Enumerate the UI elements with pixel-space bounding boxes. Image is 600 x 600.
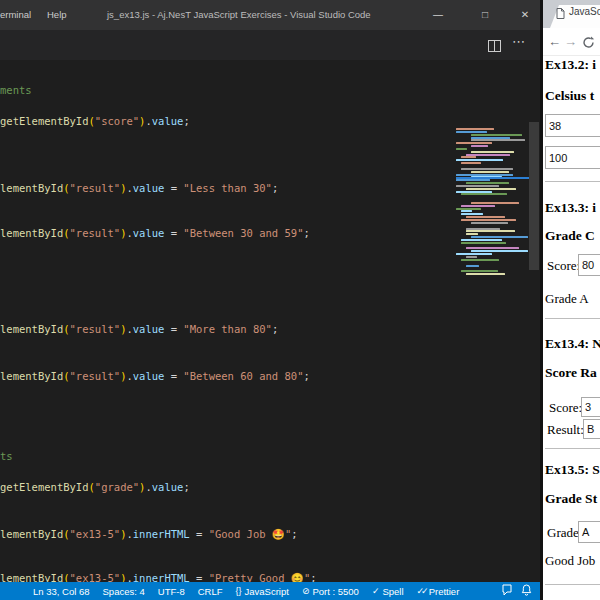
field-label: Score: [547,258,580,274]
minimap-line [456,131,528,133]
minimap-line [456,185,528,187]
minimap-line [456,245,528,247]
minimap-line [456,219,528,221]
minimap-line [456,267,528,269]
code-line: ts [0,450,13,463]
status-bar: Ln 33, Col 68Spaces: 4UTF-8CRLF{}JavaScr… [0,582,540,600]
code-token: ts [0,450,13,462]
field-label: Score: [549,400,582,416]
document-icon [556,5,565,23]
code-line: lementById("result").value = "Between 30… [0,227,310,240]
code-token: = [164,227,183,239]
back-icon[interactable]: ← [548,34,561,49]
split-editor-icon[interactable] [488,38,501,56]
minimap-line [456,128,528,130]
code-token: = [164,370,183,382]
close-button[interactable]: ✕ [510,0,540,30]
status-item-prettier[interactable]: ✓✓Prettier [417,586,460,597]
minimap-line [456,139,528,141]
code-line: lementById("result").value = "Between 60… [0,370,310,383]
braces-icon: {} [236,586,242,596]
menu-terminal[interactable]: erminal [0,9,31,20]
page-heading: Score Ra [545,365,597,381]
minimap-line [456,196,528,198]
status-label: Spell [382,586,403,597]
horizontal-rule [545,584,600,585]
code-line: getElementById("score").value; [0,115,190,128]
bell-icon[interactable] [521,584,532,598]
editor-scrollbar[interactable] [529,122,539,270]
forward-icon[interactable]: → [564,34,577,49]
minimap-line [456,225,528,227]
minimap-line [456,202,528,204]
text-input[interactable]: 80 [578,254,600,276]
text-input[interactable]: A [578,521,600,543]
minimap[interactable] [456,128,528,288]
status-item-cursor-position[interactable]: Ln 33, Col 68 [33,586,90,597]
minimap-line [456,193,528,195]
browser-toolbar: ← → [543,28,600,56]
minimap-line [456,213,528,215]
code-token: "ex13-5" [70,528,121,540]
code-token: lementById [0,528,63,540]
maximize-button[interactable]: □ [470,0,500,30]
status-label: UTF-8 [158,586,185,597]
code-token: "Good Job 🤩" [209,528,292,540]
code-token: innerHTML [133,572,190,582]
minimap-line [456,145,528,147]
code-token: ; [183,481,189,493]
minimap-line [456,253,528,255]
reload-icon[interactable] [582,35,595,53]
more-actions-icon[interactable]: ⋯ [512,34,526,49]
window-title: js_ex13.js - Aj.NesT JavaScript Exercise… [107,9,371,20]
minimap-line [456,270,528,272]
code-editor[interactable]: mentsgetElementById("score").value;lemen… [0,60,540,582]
minimap-line [456,148,528,150]
page-heading: Ex13.5: S [545,462,600,478]
code-token: getElementById [0,481,89,493]
horizontal-rule [545,181,600,182]
text-input[interactable]: 3 [581,397,600,417]
page-text: Good Job [545,553,595,569]
feedback-icon[interactable] [501,584,513,598]
minimap-line [456,208,528,210]
status-label: JavaScript [245,586,289,597]
status-item-live-server-port[interactable]: ⊘Port : 5500 [302,586,359,597]
page-text: Grade A [545,291,589,307]
text-input[interactable]: 100 [545,146,600,169]
code-token: "Pretty Good 😊" [209,572,311,582]
minimap-line [456,259,528,261]
status-item-language-mode[interactable]: {}JavaScript [236,586,289,597]
code-token: "More than 80" [183,323,272,335]
menu-help[interactable]: Help [47,9,67,20]
screen: erminal Help js_ex13.js - Aj.NesT JavaSc… [0,0,600,600]
minimap-line [456,216,528,218]
page-heading: Ex13.3: i [545,200,596,216]
code-line: getElementById("grade").value; [0,481,190,494]
page-heading: Grade St [545,491,597,507]
minimize-button[interactable]: — [423,0,453,30]
minimap-line [456,151,528,153]
code-token: "score" [95,115,139,127]
code-token: ; [183,115,189,127]
code-token: value [152,481,184,493]
text-input[interactable]: B [583,419,600,439]
minimap-line [456,230,528,232]
code-token: lementById [0,182,63,194]
minimap-line [456,165,528,167]
minimap-line [456,250,528,252]
code-token: "result" [70,323,121,335]
minimap-line [456,179,528,181]
status-right [501,582,532,600]
status-item-eol-sequence[interactable]: CRLF [198,586,223,597]
status-item-encoding[interactable]: UTF-8 [158,586,185,597]
horizontal-rule [545,318,600,319]
minimap-line [456,228,528,230]
status-item-spell-checker[interactable]: ✓Spell [372,586,404,597]
code-token: getElementById [0,115,89,127]
page-heading: Ex13.2: i [545,57,596,73]
minimap-line [456,273,528,275]
page-heading: Celsius t [545,88,594,104]
status-item-indentation[interactable]: Spaces: 4 [103,586,145,597]
text-input[interactable]: 38 [545,114,600,137]
